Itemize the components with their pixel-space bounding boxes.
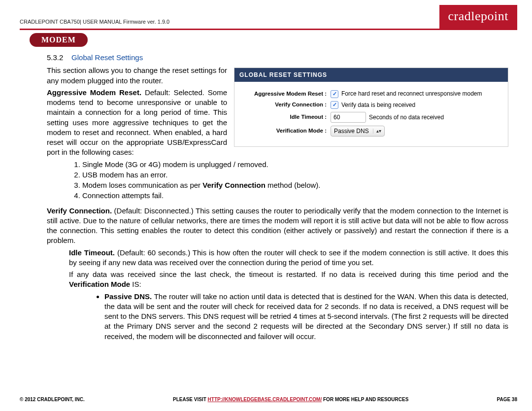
list-item: Single Mode (3G or 4G) modem is unplugge… — [82, 160, 508, 170]
settings-figure: GLOBAL RESET SETTINGS Aggressive Modem R… — [234, 68, 508, 147]
doc-header-label: CRADLEPOINT CBA750| USER MANUAL Firmware… — [20, 19, 169, 29]
desc-verify-connection: Verify data is being received — [341, 101, 415, 109]
select-verification-mode[interactable]: Passive DNS ▴▾ — [331, 126, 385, 137]
checkbox-verify-connection[interactable]: ✓ — [331, 101, 338, 109]
figure-title: GLOBAL RESET SETTINGS — [234, 68, 508, 82]
input-idle-timeout[interactable] — [331, 112, 366, 123]
list-item: USB modem has an error. — [82, 170, 508, 180]
verify-paragraph: Verify Connection. (Default: Disconnecte… — [47, 206, 508, 246]
select-verification-mode-value: Passive DNS — [334, 127, 369, 135]
timeout-paragraph: If any data was received since the last … — [69, 270, 508, 290]
section-heading: 5.3.2 Global Reset Settings — [47, 53, 508, 63]
desc-aggressive-reset: Force hard reset and reconnect unrespons… — [341, 90, 482, 98]
list-item: Modem loses communication as per Verify … — [82, 180, 508, 190]
desc-idle-timeout: Seconds of no data received — [369, 113, 444, 121]
cases-list: Single Mode (3G or 4G) modem is unplugge… — [47, 160, 508, 201]
label-verify-connection: Verify Connection : — [240, 101, 331, 109]
brand-logo: cradlepoint — [439, 5, 517, 29]
section-title: Global Reset Settings — [71, 53, 143, 62]
footer-link[interactable]: HTTP://KNOWLEDGEBASE.CRADLEPOINT.COM/ — [208, 397, 322, 402]
page-footer: © 2012 CRADLEPOINT, INC. PLEASE VISIT HT… — [20, 397, 517, 402]
label-verification-mode: Verification Mode : — [240, 127, 331, 135]
label-idle-timeout: Idle Timeout : — [240, 113, 331, 121]
checkbox-aggressive-reset[interactable]: ✓ — [331, 90, 338, 98]
list-item: Connection attempts fail. — [82, 191, 508, 201]
header-rule — [20, 29, 517, 30]
mode-bullets: Passive DNS. The router will take no act… — [94, 292, 508, 342]
idle-paragraph: Idle Timeout. (Default: 60 seconds.) Thi… — [69, 248, 508, 268]
label-aggressive-reset: Aggressive Modem Reset : — [240, 90, 331, 98]
chevron-updown-icon: ▴▾ — [373, 129, 381, 134]
modem-pill: MODEM — [30, 33, 88, 47]
footer-center: PLEASE VISIT HTTP://KNOWLEDGEBASE.CRADLE… — [173, 397, 408, 402]
footer-copyright: © 2012 CRADLEPOINT, INC. — [20, 397, 85, 402]
list-item: Passive DNS. The router will take no act… — [104, 292, 508, 342]
section-number: 5.3.2 — [47, 53, 63, 62]
footer-page: PAGE 38 — [497, 397, 517, 402]
